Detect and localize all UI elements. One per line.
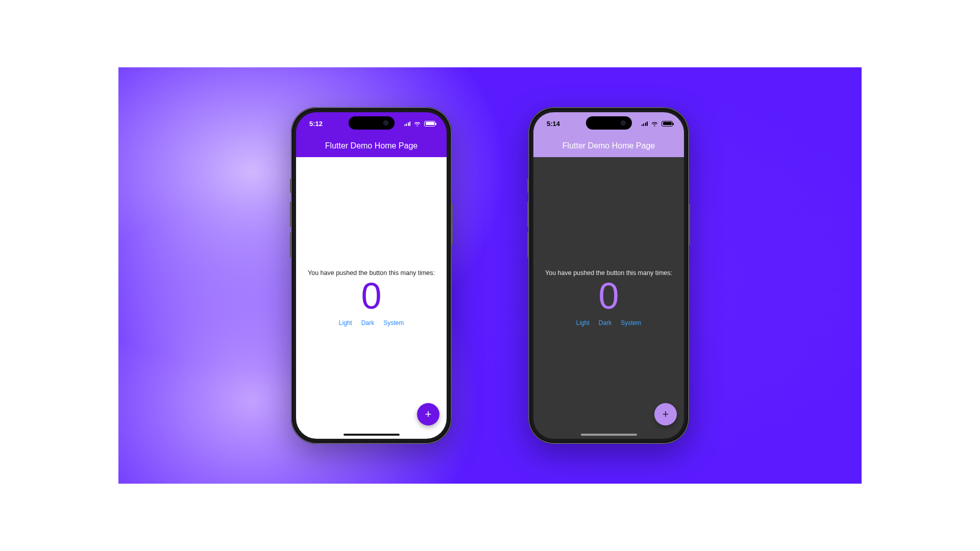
- wifi-icon: [651, 120, 658, 128]
- theme-options: Light Dark System: [576, 319, 641, 327]
- phone-button: [527, 179, 529, 193]
- dynamic-island: [349, 116, 395, 130]
- phone-dark: 5:14 Flutter Demo Home Page You have pus…: [528, 107, 689, 444]
- counter-value: 0: [361, 278, 381, 314]
- status-time: 5:12: [309, 120, 323, 128]
- status-time: 5:14: [547, 120, 560, 128]
- theme-option-system[interactable]: System: [383, 319, 404, 327]
- page-body: You have pushed the button this many tim…: [533, 157, 684, 439]
- app-bar: Flutter Demo Home Page: [533, 135, 684, 157]
- phone-button: [527, 232, 529, 258]
- cellular-icon: [404, 121, 411, 126]
- phone-button: [689, 204, 690, 245]
- dynamic-island: [586, 116, 632, 130]
- phone-button: [290, 179, 291, 193]
- phone-light: 5:12 Flutter Demo Home Page You have pus…: [291, 107, 452, 444]
- fab-increment[interactable]: +: [654, 403, 677, 425]
- counter-value: 0: [598, 278, 619, 314]
- home-indicator: [581, 434, 637, 436]
- theme-option-system[interactable]: System: [621, 319, 641, 327]
- phone-button: [451, 204, 453, 245]
- app-bar: Flutter Demo Home Page: [296, 135, 447, 157]
- screen-dark: 5:14 Flutter Demo Home Page You have pus…: [533, 112, 684, 439]
- theme-option-light[interactable]: Light: [576, 319, 590, 327]
- wifi-icon: [413, 120, 421, 128]
- wallpaper: 5:12 Flutter Demo Home Page You have pus…: [118, 67, 862, 484]
- plus-icon: +: [425, 409, 432, 420]
- battery-icon: [662, 121, 673, 127]
- app-bar-title: Flutter Demo Home Page: [325, 141, 418, 151]
- theme-option-dark[interactable]: Dark: [361, 319, 374, 327]
- status-icons: [642, 120, 673, 128]
- theme-option-light[interactable]: Light: [339, 319, 352, 327]
- phone-button: [290, 232, 291, 258]
- phone-button: [527, 202, 529, 227]
- plus-icon: +: [663, 409, 669, 420]
- cellular-icon: [642, 121, 648, 126]
- battery-icon: [424, 121, 435, 127]
- theme-options: Light Dark System: [339, 319, 404, 327]
- screen-light: 5:12 Flutter Demo Home Page You have pus…: [296, 112, 447, 439]
- page-body: You have pushed the button this many tim…: [296, 157, 447, 439]
- fab-increment[interactable]: +: [417, 403, 439, 425]
- phone-button: [290, 202, 291, 227]
- app-bar-title: Flutter Demo Home Page: [562, 141, 655, 151]
- theme-option-dark[interactable]: Dark: [599, 319, 611, 327]
- status-icons: [404, 120, 436, 128]
- home-indicator: [344, 434, 400, 436]
